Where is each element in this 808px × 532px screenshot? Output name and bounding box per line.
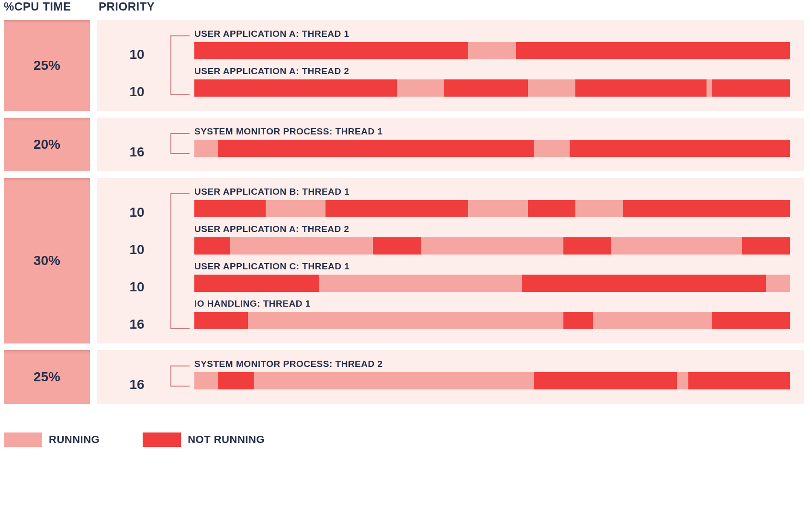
thread-row: 10USER APPLICATION A: THREAD 2: [103, 222, 790, 259]
priority-value: 10: [103, 84, 170, 101]
thread-content: USER APPLICATION A: THREAD 2: [170, 222, 790, 259]
segment-running: [194, 140, 218, 157]
segment-running: [468, 200, 527, 217]
thread-content: USER APPLICATION A: THREAD 1: [170, 27, 790, 64]
segment-running: [677, 372, 689, 389]
thread-group: 30%10USER APPLICATION B: THREAD 110USER …: [4, 178, 804, 344]
segment-not-running: [194, 275, 319, 292]
segment-not-running: [712, 79, 790, 97]
segment-running: [611, 237, 742, 255]
thread-row: 10USER APPLICATION B: THREAD 1: [103, 185, 790, 222]
segment-running: [230, 237, 373, 255]
segment-running: [707, 79, 712, 97]
group-bracket: [170, 35, 190, 95]
segment-not-running: [688, 372, 789, 389]
legend-label-running: RUNNING: [49, 433, 100, 446]
thread-row: 16IO HANDLING: THREAD 1: [103, 297, 790, 334]
segment-not-running: [325, 200, 469, 217]
thread-timeline-bar: [194, 79, 790, 97]
segment-running: [194, 372, 218, 389]
threads-block: 16SYSTEM MONITOR PROCESS: THREAD 2: [97, 350, 804, 404]
segment-not-running: [218, 140, 534, 157]
thread-group: 20%16SYSTEM MONITOR PROCESS: THREAD 1: [4, 118, 804, 171]
segment-running: [248, 312, 563, 329]
cpu-pct-block: 30%: [4, 178, 90, 344]
legend-swatch-not-running: [143, 432, 181, 447]
column-headers: %CPU TIME PRIORITY: [4, 0, 804, 13]
legend-swatch-running: [4, 432, 42, 447]
threads-block: 10USER APPLICATION B: THREAD 110USER APP…: [97, 178, 804, 344]
segment-not-running: [194, 237, 230, 255]
thread-timeline-bar: [194, 312, 790, 329]
thread-content: SYSTEM MONITOR PROCESS: THREAD 1: [170, 124, 790, 162]
segment-not-running: [563, 237, 611, 255]
segment-not-running: [444, 79, 527, 97]
segment-not-running: [218, 372, 254, 389]
thread-content: SYSTEM MONITOR PROCESS: THREAD 2: [170, 357, 790, 394]
segment-not-running: [528, 200, 576, 217]
thread-group: 25%10USER APPLICATION A: THREAD 110USER …: [4, 20, 804, 111]
thread-timeline-bar: [194, 42, 790, 59]
legend: RUNNING NOT RUNNING: [4, 432, 804, 447]
priority-value: 16: [103, 144, 170, 162]
segment-running: [528, 79, 576, 97]
segment-running: [593, 312, 712, 329]
legend-item-running: RUNNING: [4, 432, 100, 447]
segment-not-running: [575, 79, 707, 97]
segment-running: [766, 275, 790, 292]
legend-item-not-running: NOT RUNNING: [143, 432, 265, 447]
segment-running: [254, 372, 534, 389]
thread-content: USER APPLICATION A: THREAD 2: [170, 64, 790, 101]
priority-value: 10: [103, 47, 170, 64]
legend-label-not-running: NOT RUNNING: [188, 433, 265, 446]
segment-not-running: [570, 140, 790, 157]
segment-not-running: [563, 312, 593, 329]
header-cpu-time: %CPU TIME: [4, 0, 90, 13]
threads-block: 16SYSTEM MONITOR PROCESS: THREAD 1: [97, 118, 804, 171]
priority-value: 10: [103, 279, 170, 297]
segment-not-running: [623, 200, 790, 217]
group-bracket: [170, 193, 190, 329]
thread-label: USER APPLICATION C: THREAD 1: [194, 261, 790, 272]
thread-row: 16SYSTEM MONITOR PROCESS: THREAD 2: [103, 357, 790, 394]
threads-block: 10USER APPLICATION A: THREAD 110USER APP…: [97, 20, 804, 111]
thread-content: USER APPLICATION B: THREAD 1: [170, 185, 790, 222]
thread-label: IO HANDLING: THREAD 1: [194, 299, 790, 309]
thread-timeline-bar: [194, 200, 790, 217]
thread-row: 10USER APPLICATION A: THREAD 1: [103, 27, 790, 64]
segment-not-running: [516, 42, 790, 59]
segment-not-running: [194, 79, 397, 97]
header-priority: PRIORITY: [99, 0, 155, 13]
thread-label: USER APPLICATION A: THREAD 2: [194, 224, 790, 234]
segment-not-running: [194, 200, 266, 217]
thread-timeline-bar: [194, 275, 790, 292]
segment-not-running: [373, 237, 421, 255]
segment-not-running: [194, 312, 248, 329]
segment-running: [468, 42, 516, 59]
thread-groups-container: 25%10USER APPLICATION A: THREAD 110USER …: [4, 20, 804, 404]
group-bracket: [170, 366, 190, 387]
priority-value: 10: [103, 205, 170, 222]
segment-not-running: [522, 275, 766, 292]
thread-row: 10USER APPLICATION A: THREAD 2: [103, 64, 790, 101]
thread-label: USER APPLICATION A: THREAD 1: [194, 29, 790, 39]
segment-not-running: [534, 372, 677, 389]
thread-timeline-bar: [194, 140, 790, 157]
thread-timeline-bar: [194, 372, 790, 389]
thread-row: 10USER APPLICATION C: THREAD 1: [103, 259, 790, 297]
thread-label: USER APPLICATION A: THREAD 2: [194, 66, 790, 77]
priority-value: 16: [103, 317, 170, 334]
cpu-pct-block: 20%: [4, 118, 90, 171]
thread-row: 16SYSTEM MONITOR PROCESS: THREAD 1: [103, 124, 790, 162]
segment-running: [534, 140, 570, 157]
segment-running: [319, 275, 522, 292]
cpu-pct-block: 25%: [4, 20, 90, 111]
segment-not-running: [742, 237, 790, 255]
thread-label: SYSTEM MONITOR PROCESS: THREAD 2: [194, 359, 790, 369]
segment-running: [575, 200, 623, 217]
thread-group: 25%16SYSTEM MONITOR PROCESS: THREAD 2: [4, 350, 804, 404]
thread-label: USER APPLICATION B: THREAD 1: [194, 187, 790, 197]
thread-label: SYSTEM MONITOR PROCESS: THREAD 1: [194, 126, 790, 137]
thread-timeline-bar: [194, 237, 790, 255]
thread-content: USER APPLICATION C: THREAD 1: [170, 259, 790, 297]
